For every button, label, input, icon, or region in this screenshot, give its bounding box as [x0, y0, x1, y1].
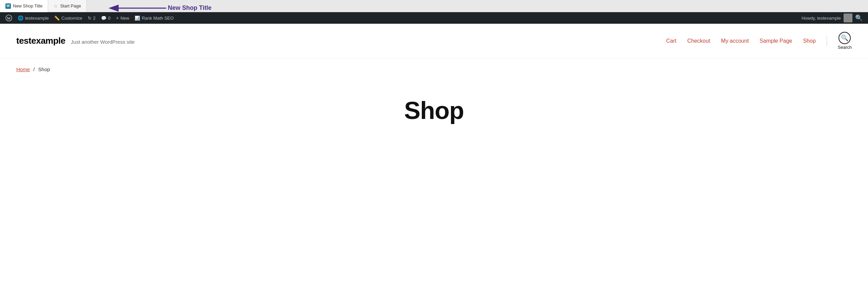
breadcrumb-current: Shop	[38, 66, 50, 72]
rank-math-button[interactable]: 📊 Rank Math SEO	[132, 12, 176, 24]
page-title-section: Shop	[0, 76, 868, 151]
comments-icon: 💬	[101, 16, 106, 21]
updates-count: 2	[93, 16, 96, 21]
updates-icon: ↻	[88, 16, 92, 21]
customize-button[interactable]: ✏️ Customize	[52, 12, 85, 24]
avatar[interactable]	[844, 14, 852, 22]
page-title: Shop	[404, 97, 464, 124]
plus-icon: +	[116, 15, 119, 21]
updates-button[interactable]: ↻ 2	[85, 12, 98, 24]
nav-my-account[interactable]: My account	[721, 38, 749, 44]
nav-shop[interactable]: Shop	[803, 38, 815, 44]
nav-checkout[interactable]: Checkout	[687, 38, 710, 44]
admin-search-icon[interactable]: 🔍	[852, 14, 865, 22]
wp-logo-button[interactable]: W	[3, 12, 15, 24]
site-header: testexample Just another WordPress site …	[0, 24, 868, 58]
star-icon: ☆	[54, 3, 58, 9]
site-name-label: testexample	[25, 16, 49, 21]
svg-text:New Shop Title: New Shop Title	[168, 4, 212, 11]
nav-cart[interactable]: Cart	[666, 38, 676, 44]
wordpress-icon: W	[5, 15, 12, 21]
nav-divider	[827, 36, 827, 46]
start-page-tab[interactable]: ☆ Start Page	[48, 0, 86, 12]
search-icon: 🔍	[839, 32, 851, 44]
svg-text:W: W	[7, 16, 11, 21]
new-label: New	[120, 16, 129, 21]
tab-favicon: W	[5, 3, 11, 9]
breadcrumb-separator: /	[33, 66, 35, 72]
admin-bar-left: W 🌐 testexample ✏️ Customize ↻ 2 💬 0 + N…	[3, 12, 799, 24]
rank-math-label: Rank Math SEO	[142, 16, 174, 21]
active-tab[interactable]: W New Shop Title	[0, 0, 48, 12]
search-label: Search	[838, 45, 852, 50]
search-button[interactable]: 🔍 Search	[838, 32, 852, 50]
site-tagline: Just another WordPress site	[71, 39, 135, 45]
active-tab-title: New Shop Title	[13, 3, 42, 8]
globe-icon: 🌐	[18, 15, 23, 21]
start-page-tab-title: Start Page	[60, 3, 81, 8]
rank-math-icon: 📊	[135, 16, 140, 21]
breadcrumb: Home / Shop	[0, 58, 868, 76]
howdy-text: Howdy, testexample	[799, 16, 844, 21]
nav-sample-page[interactable]: Sample Page	[760, 38, 792, 44]
admin-bar-right: Howdy, testexample 🔍	[799, 14, 865, 22]
customize-icon: ✏️	[54, 16, 60, 21]
site-branding: testexample Just another WordPress site	[16, 36, 135, 46]
site-name: testexample	[16, 36, 65, 46]
site-nav: Cart Checkout My account Sample Page Sho…	[666, 32, 852, 50]
site-name-button[interactable]: 🌐 testexample	[15, 12, 52, 24]
admin-bar: W 🌐 testexample ✏️ Customize ↻ 2 💬 0 + N…	[0, 12, 868, 24]
comments-count: 0	[108, 16, 111, 21]
comments-button[interactable]: 💬 0	[98, 12, 113, 24]
customize-label: Customize	[61, 16, 82, 21]
breadcrumb-home[interactable]: Home	[16, 66, 30, 72]
new-content-button[interactable]: + New	[113, 12, 132, 24]
